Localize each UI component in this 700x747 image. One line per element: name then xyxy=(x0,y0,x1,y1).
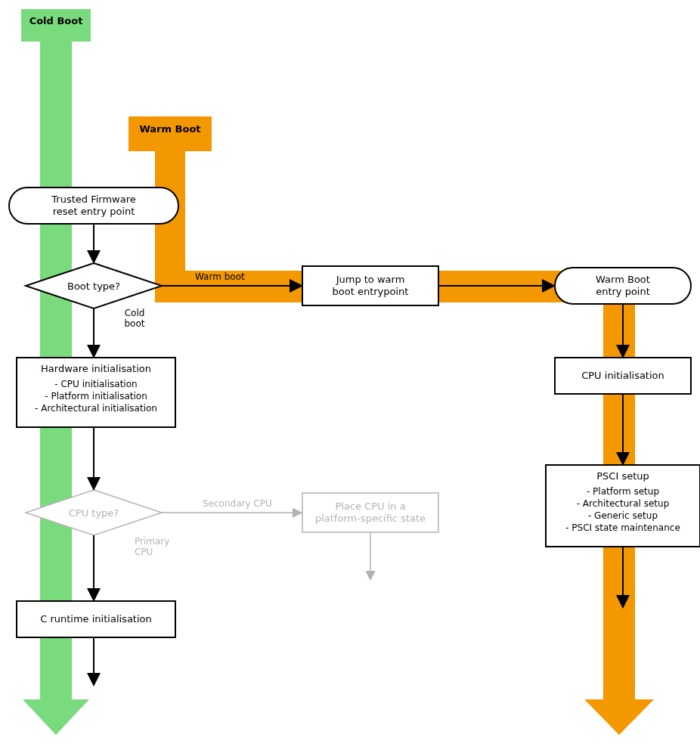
node-psci-setup: PSCI setup - Platform setup - Architectu… xyxy=(546,465,700,547)
svg-text:Warm Boot: Warm Boot xyxy=(596,274,650,285)
svg-text:CPU type?: CPU type? xyxy=(69,507,119,519)
svg-text:Place CPU in a: Place CPU in a xyxy=(335,501,405,512)
node-reset-entry: Trusted Firmware reset entry point xyxy=(9,188,178,224)
svg-text:Warm boot: Warm boot xyxy=(195,271,245,282)
svg-text:Boot type?: Boot type? xyxy=(67,281,120,292)
node-warm-entry: Warm Boot entry point xyxy=(555,268,691,304)
node-cpu-init: CPU initialisation xyxy=(555,358,691,394)
warm-boot-lane: Warm Boot xyxy=(129,116,654,735)
svg-text:boot entrypoint: boot entrypoint xyxy=(333,286,409,297)
svg-text:CPU initialisation: CPU initialisation xyxy=(581,370,664,381)
svg-text:boot: boot xyxy=(124,318,144,329)
warm-boot-lane-label: Warm Boot xyxy=(139,123,200,135)
svg-text:Jump to warm: Jump to warm xyxy=(336,274,405,285)
svg-text:Trusted Firmware: Trusted Firmware xyxy=(51,194,135,205)
svg-text:- Platform initialisation: - Platform initialisation xyxy=(45,391,147,401)
boot-flow-diagram: Cold Boot Warm Boot Trusted Firmware res… xyxy=(0,0,700,747)
node-hardware-init: Hardware initialisation - CPU initialisa… xyxy=(17,358,175,427)
svg-text:reset entry point: reset entry point xyxy=(53,206,135,217)
svg-text:- PSCI state maintenance: - PSCI state maintenance xyxy=(565,522,680,533)
svg-text:Hardware initialisation: Hardware initialisation xyxy=(41,363,151,374)
svg-text:- Platform setup: - Platform setup xyxy=(587,486,659,497)
svg-text:PSCI setup: PSCI setup xyxy=(596,470,649,482)
node-jump-warm: Jump to warm boot entrypoint xyxy=(302,266,438,305)
svg-text:Secondary CPU: Secondary CPU xyxy=(203,498,272,509)
node-place-cpu: Place CPU in a platform-specific state xyxy=(302,493,438,532)
cold-boot-lane-label: Cold Boot xyxy=(29,15,83,26)
svg-text:C runtime initialisation: C runtime initialisation xyxy=(40,613,152,625)
svg-text:- CPU initialisation: - CPU initialisation xyxy=(54,379,137,389)
svg-text:- Generic setup: - Generic setup xyxy=(588,510,658,521)
svg-text:- Architectural initialisation: - Architectural initialisation xyxy=(35,403,157,414)
svg-text:entry point: entry point xyxy=(596,286,650,297)
svg-text:Cold: Cold xyxy=(125,308,145,318)
svg-text:- Architectural setup: - Architectural setup xyxy=(577,498,670,509)
svg-text:platform-specific state: platform-specific state xyxy=(315,513,426,524)
node-c-runtime: C runtime initialisation xyxy=(17,601,175,637)
svg-text:Primary: Primary xyxy=(135,536,169,547)
svg-text:CPU: CPU xyxy=(135,547,153,557)
